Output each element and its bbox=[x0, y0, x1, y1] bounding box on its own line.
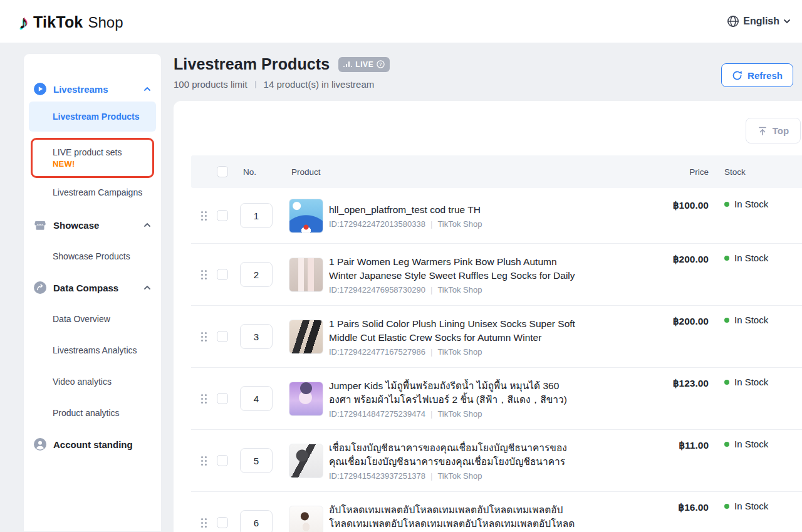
drag-handle-icon[interactable] bbox=[200, 456, 212, 466]
page-header: Livestream Products LIVE ? 100 products … bbox=[174, 55, 390, 90]
sidebar-item-data-overview[interactable]: Data Overview bbox=[24, 303, 161, 335]
meta-divider: | bbox=[430, 347, 432, 357]
refresh-icon bbox=[732, 70, 742, 81]
product-image bbox=[289, 506, 323, 532]
select-all-checkbox[interactable] bbox=[217, 166, 228, 177]
product-id: ID:1729414847275239474 bbox=[329, 409, 425, 419]
sidebar-item-livestream-products[interactable]: Livestream Products bbox=[29, 102, 156, 132]
product-info: 1 Pair Women Leg Warmers Pink Bow Plush … bbox=[329, 255, 576, 295]
row-number-input[interactable] bbox=[240, 448, 273, 473]
sidebar-item-video-analytics[interactable]: Video analytics bbox=[24, 366, 161, 397]
stock-status: In Stock bbox=[734, 253, 768, 263]
sidebar-item-label: Data Overview bbox=[53, 314, 110, 324]
row-checkbox[interactable] bbox=[217, 331, 228, 342]
svg-text:?: ? bbox=[379, 61, 382, 67]
sidebar-item-product-analytics[interactable]: Product analytics bbox=[24, 397, 161, 429]
meta-divider: | bbox=[430, 471, 432, 481]
top-button-label: Top bbox=[773, 125, 789, 136]
stock-status: In Stock bbox=[734, 377, 768, 387]
product-info: 1 Pairs Solid Color Plush Lining Unisex … bbox=[329, 317, 576, 357]
row-number-input[interactable] bbox=[240, 203, 273, 228]
group-label: Data Compass bbox=[53, 283, 137, 293]
drag-handle-icon[interactable] bbox=[200, 269, 212, 280]
product-info: เชื่อมโยงบัญชีธนาคารของคุณเชื่อมโยงบัญชี… bbox=[329, 441, 576, 481]
drag-handle-icon[interactable] bbox=[200, 211, 212, 221]
group-label: Showcase bbox=[53, 220, 137, 231]
sidebar-group-account-standing[interactable]: Account standing bbox=[24, 429, 161, 460]
column-header-stock: Stock bbox=[709, 167, 802, 177]
sidebar-group-data-compass[interactable]: Data Compass bbox=[24, 272, 161, 303]
drag-handle-icon[interactable] bbox=[200, 331, 212, 342]
table-body: hll_open_platfrom_test cod true TH ID:17… bbox=[191, 188, 802, 532]
row-number-input[interactable] bbox=[240, 510, 273, 532]
sidebar-item-livestream-campaigns[interactable]: Livestream Campaigns bbox=[24, 178, 161, 207]
stock-dot-icon bbox=[724, 504, 729, 509]
product-title: hll_open_platfrom_test cod true TH bbox=[329, 203, 576, 217]
row-checkbox[interactable] bbox=[217, 517, 228, 528]
divider bbox=[255, 81, 256, 88]
product-id: ID:1729415423937251378 bbox=[329, 471, 425, 481]
column-header-no: No. bbox=[240, 167, 289, 177]
table-row: เชื่อมโยงบัญชีธนาคารของคุณเชื่อมโยงบัญชี… bbox=[191, 429, 802, 491]
product-title: Jumper Kids ไม้ถูพื้นพร้อมถังรีดน้ำ ไม้ถ… bbox=[329, 379, 576, 407]
sidebar-item-label: Showcase Products bbox=[53, 251, 130, 261]
stock-cell: In Stock bbox=[709, 199, 802, 209]
product-shop-label: TikTok Shop bbox=[437, 471, 482, 481]
language-selector[interactable]: English bbox=[727, 15, 791, 28]
language-label: English bbox=[743, 16, 779, 27]
stock-cell: In Stock bbox=[709, 501, 802, 511]
product-title: อัปโหลดเทมเพลตอัปโหลดเทมเพลตอัปโหลดเทมเพ… bbox=[329, 503, 576, 531]
products-limit-text: 100 products limit bbox=[174, 79, 247, 90]
table-row: hll_open_platfrom_test cod true TH ID:17… bbox=[191, 188, 802, 243]
compass-icon bbox=[34, 281, 46, 294]
row-checkbox[interactable] bbox=[217, 210, 228, 221]
tiktok-note-icon: ♪ bbox=[19, 13, 28, 32]
row-number-input[interactable] bbox=[240, 386, 273, 411]
drag-handle-icon[interactable] bbox=[200, 518, 212, 528]
row-number-input[interactable] bbox=[240, 324, 273, 349]
sidebar-item-showcase-products[interactable]: Showcase Products bbox=[24, 241, 161, 272]
price-value: ฿100.00 bbox=[576, 200, 709, 211]
meta-divider: | bbox=[430, 285, 432, 295]
sidebar-item-label: Livestreams Analytics bbox=[53, 345, 137, 355]
table-row: 1 Pairs Solid Color Plush Lining Unisex … bbox=[191, 305, 802, 367]
column-header-price: Price bbox=[576, 167, 709, 177]
row-number-input[interactable] bbox=[240, 262, 273, 287]
stock-cell: In Stock bbox=[709, 377, 802, 387]
row-checkbox[interactable] bbox=[217, 269, 228, 280]
price-value: ฿11.00 bbox=[576, 440, 709, 451]
stock-dot-icon bbox=[724, 442, 729, 447]
sidebar: Livestreams Livestream Products LIVE pro… bbox=[23, 53, 162, 532]
product-shop-label: TikTok Shop bbox=[437, 409, 482, 419]
group-label: Account standing bbox=[53, 439, 151, 450]
refresh-label: Refresh bbox=[747, 70, 783, 81]
refresh-button[interactable]: Refresh bbox=[721, 63, 793, 87]
column-header-product: Product bbox=[289, 167, 576, 177]
table-row: 1 Pair Women Leg Warmers Pink Bow Plush … bbox=[191, 243, 802, 305]
scroll-to-top-button[interactable]: Top bbox=[746, 118, 801, 143]
drag-handle-icon[interactable] bbox=[200, 394, 212, 404]
stock-dot-icon bbox=[724, 256, 729, 261]
tiktok-shop-logo: ♪ TikTok Shop bbox=[19, 12, 123, 31]
stock-cell: In Stock bbox=[709, 253, 802, 263]
product-id: ID:1729422477167527986 bbox=[329, 347, 425, 357]
products-count-text: 14 product(s) in livestream bbox=[264, 79, 375, 90]
product-info: อัปโหลดเทมเพลตอัปโหลดเทมเพลตอัปโหลดเทมเพ… bbox=[329, 503, 576, 532]
sidebar-group-showcase[interactable]: Showcase bbox=[24, 209, 161, 241]
sidebar-item-live-product-sets[interactable]: LIVE product sets bbox=[53, 147, 152, 157]
top-bar: ♪ TikTok Shop English bbox=[0, 0, 802, 43]
person-circle-icon bbox=[34, 438, 46, 451]
price-value: ฿200.00 bbox=[576, 316, 709, 327]
sidebar-item-livestreams-analytics[interactable]: Livestreams Analytics bbox=[24, 335, 161, 366]
row-checkbox[interactable] bbox=[217, 393, 228, 404]
help-circle-icon[interactable]: ? bbox=[377, 60, 385, 68]
logo-shop-text: Shop bbox=[88, 14, 123, 31]
product-title: 1 Pairs Solid Color Plush Lining Unisex … bbox=[329, 317, 576, 345]
stock-cell: In Stock bbox=[709, 315, 802, 325]
meta-divider: | bbox=[430, 409, 432, 419]
storefront-icon bbox=[34, 219, 46, 231]
row-checkbox[interactable] bbox=[217, 455, 228, 466]
new-badge: NEW! bbox=[53, 159, 152, 169]
sidebar-group-livestreams[interactable]: Livestreams bbox=[24, 76, 161, 102]
stock-status: In Stock bbox=[734, 439, 768, 449]
